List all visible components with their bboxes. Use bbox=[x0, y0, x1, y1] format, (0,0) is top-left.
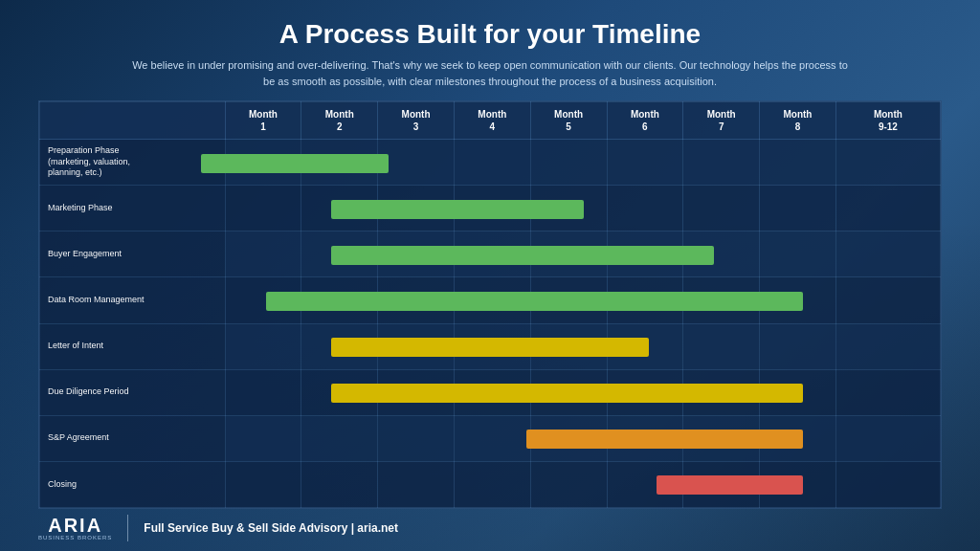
header-month-1: Month1 bbox=[225, 102, 301, 140]
gantt-cell bbox=[378, 415, 455, 461]
gantt-cell bbox=[607, 140, 683, 186]
gantt-cell bbox=[835, 231, 940, 277]
gantt-cell bbox=[760, 415, 836, 461]
row-label: Due Diligence Period bbox=[40, 369, 226, 415]
gantt-cell bbox=[225, 231, 301, 277]
row-label: Data Room Management bbox=[40, 277, 226, 323]
gantt-cell bbox=[835, 369, 940, 415]
gantt-cell bbox=[835, 277, 940, 323]
gantt-cell bbox=[225, 323, 301, 369]
gantt-cell bbox=[454, 369, 530, 415]
header-month-2: Month2 bbox=[301, 102, 378, 140]
gantt-cell bbox=[530, 415, 607, 461]
gantt-cell bbox=[835, 415, 940, 461]
gantt-cell bbox=[454, 231, 530, 277]
gantt-cell bbox=[378, 186, 455, 231]
gantt-cell bbox=[378, 323, 455, 369]
gantt-cell bbox=[835, 140, 940, 186]
main-container: A Process Built for your Timeline We bel… bbox=[0, 0, 980, 551]
row-label: Marketing Phase bbox=[40, 186, 226, 231]
gantt-cell bbox=[225, 277, 301, 323]
gantt-cell bbox=[301, 140, 378, 186]
logo-aria-text: ARIA bbox=[48, 516, 102, 535]
gantt-cell bbox=[301, 323, 378, 369]
gantt-cell bbox=[760, 323, 836, 369]
gantt-cell bbox=[378, 461, 455, 507]
table-row: Closing bbox=[40, 461, 941, 507]
gantt-cell bbox=[835, 461, 940, 507]
gantt-cell bbox=[760, 277, 836, 323]
gantt-cell bbox=[454, 323, 530, 369]
table-row: S&P Agreement bbox=[40, 415, 941, 461]
table-row: Buyer Engagement bbox=[40, 231, 941, 277]
gantt-cell bbox=[530, 461, 607, 507]
header-month-3: Month3 bbox=[378, 102, 455, 140]
gantt-cell bbox=[301, 186, 378, 231]
gantt-cell bbox=[530, 140, 607, 186]
gantt-chart: Month1 Month2 Month3 Month4 Month5 Month… bbox=[38, 100, 942, 509]
gantt-cell bbox=[225, 369, 301, 415]
gantt-cell bbox=[835, 186, 940, 231]
gantt-cell bbox=[607, 323, 683, 369]
gantt-cell bbox=[225, 461, 301, 507]
gantt-cell bbox=[683, 369, 760, 415]
gantt-cell bbox=[225, 140, 301, 186]
header-row: Month1 Month2 Month3 Month4 Month5 Month… bbox=[40, 102, 941, 140]
gantt-cell bbox=[760, 369, 836, 415]
gantt-cell bbox=[683, 323, 760, 369]
gantt-cell bbox=[607, 461, 683, 507]
gantt-cell bbox=[454, 277, 530, 323]
gantt-cell bbox=[530, 369, 607, 415]
row-label: S&P Agreement bbox=[40, 415, 226, 461]
row-label: Buyer Engagement bbox=[40, 231, 226, 277]
table-row: Preparation Phase (marketing, valuation,… bbox=[40, 140, 941, 186]
gantt-cell bbox=[454, 186, 530, 231]
gantt-cell bbox=[301, 277, 378, 323]
row-label: Preparation Phase (marketing, valuation,… bbox=[40, 140, 226, 186]
logo-area: ARIA BUSINESS BROKERS bbox=[38, 516, 112, 540]
footer-divider bbox=[127, 515, 128, 541]
gantt-cell bbox=[760, 186, 836, 231]
gantt-cell bbox=[301, 231, 378, 277]
gantt-cell bbox=[301, 415, 378, 461]
gantt-cell bbox=[454, 140, 530, 186]
logo-sub-text: BUSINESS BROKERS bbox=[38, 535, 112, 540]
gantt-cell bbox=[607, 277, 683, 323]
gantt-cell bbox=[760, 461, 836, 507]
header-month-4: Month4 bbox=[454, 102, 530, 140]
row-label: Closing bbox=[40, 461, 226, 507]
table-row: Marketing Phase bbox=[40, 186, 941, 231]
gantt-cell bbox=[378, 231, 455, 277]
gantt-cell bbox=[378, 140, 455, 186]
header-month-7: Month7 bbox=[683, 102, 760, 140]
header-label-col bbox=[40, 102, 226, 140]
page-subtitle: We believe in under promising and over-d… bbox=[131, 57, 849, 89]
gantt-cell bbox=[301, 369, 378, 415]
header-month-9-12: Month9-12 bbox=[835, 102, 940, 140]
gantt-cell bbox=[225, 415, 301, 461]
gantt-cell bbox=[760, 231, 836, 277]
gantt-cell bbox=[607, 231, 683, 277]
table-row: Letter of Intent bbox=[40, 323, 941, 369]
gantt-cell bbox=[607, 415, 683, 461]
gantt-cell bbox=[530, 323, 607, 369]
gantt-cell bbox=[683, 140, 760, 186]
gantt-cell bbox=[835, 323, 940, 369]
gantt-cell bbox=[378, 277, 455, 323]
gantt-cell bbox=[225, 186, 301, 231]
gantt-cell bbox=[378, 369, 455, 415]
gantt-cell bbox=[454, 415, 530, 461]
gantt-cell bbox=[607, 369, 683, 415]
row-label: Letter of Intent bbox=[40, 323, 226, 369]
header-month-5: Month5 bbox=[530, 102, 607, 140]
gantt-cell bbox=[760, 140, 836, 186]
table-row: Due Diligence Period bbox=[40, 369, 941, 415]
gantt-cell bbox=[530, 231, 607, 277]
logo-box: ARIA BUSINESS BROKERS bbox=[38, 516, 112, 540]
gantt-cell bbox=[530, 186, 607, 231]
header-month-8: Month8 bbox=[760, 102, 836, 140]
footer-tagline: Full Service Buy & Sell Side Advisory | … bbox=[144, 521, 398, 535]
footer: ARIA BUSINESS BROKERS Full Service Buy &… bbox=[38, 509, 942, 541]
page-title: A Process Built for your Timeline bbox=[279, 19, 701, 50]
gantt-cell bbox=[683, 461, 760, 507]
